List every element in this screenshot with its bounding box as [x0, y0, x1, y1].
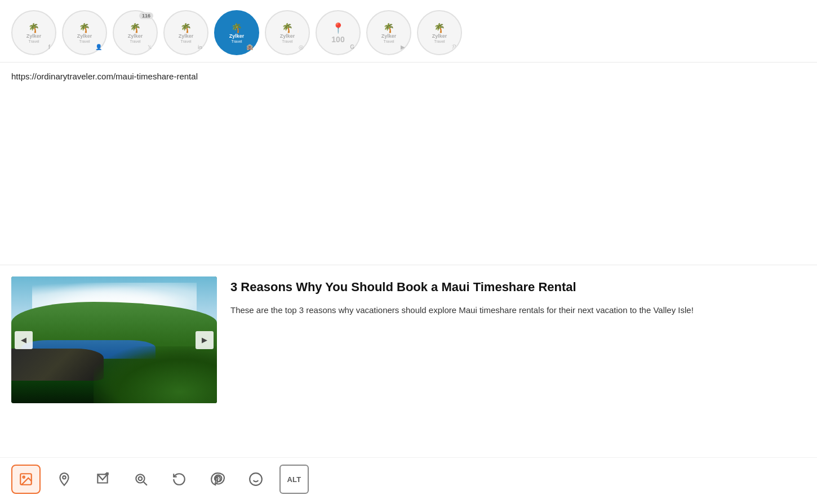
twitter-badge: 116	[139, 12, 153, 19]
tool-emoji[interactable]	[241, 465, 270, 494]
tool-refresh[interactable]	[165, 465, 194, 494]
social-icon-photo[interactable]: 🌴 Zylker Travel 👤	[62, 10, 107, 55]
svg-line-5	[144, 482, 147, 485]
social-icon-instagram[interactable]: 🌴 Zylker Travel ◎	[265, 10, 310, 55]
svg-point-4	[136, 474, 144, 483]
image-icon	[19, 472, 33, 487]
social-icon-linkedin[interactable]: 🌴 Zylker Travel in	[163, 10, 208, 55]
social-icon-pinterest[interactable]: 🌴 Zylker Travel 𝓟	[417, 10, 462, 55]
search-image-icon	[134, 472, 148, 487]
article-card: ◀ ▶ 3 Reasons Why You Should Book a Maui…	[0, 265, 817, 414]
social-icon-google[interactable]: 📍 100 G	[316, 10, 361, 55]
svg-point-6	[139, 477, 143, 481]
tool-search-image[interactable]	[126, 465, 156, 494]
social-icon-twitter[interactable]: 116 🌴 Zylker Travel 𝕏	[113, 10, 158, 55]
refresh-icon	[172, 472, 187, 487]
svg-point-1	[23, 476, 25, 478]
email-icon	[95, 472, 110, 487]
location-icon	[57, 472, 72, 487]
tool-alt-text[interactable]: ALT	[279, 465, 309, 494]
social-icon-main[interactable]: 🌴 Zylker Travel 🏨	[214, 10, 259, 55]
pinterest-icon	[210, 472, 225, 487]
content-area	[0, 90, 817, 265]
svg-point-7	[250, 473, 262, 485]
article-content: 3 Reasons Why You Should Book a Maui Tim…	[230, 276, 806, 317]
article-image	[11, 276, 217, 403]
article-description: These are the top 3 reasons why vacation…	[230, 304, 806, 318]
social-icons-row: 🌴 Zylker Travel f 🌴 Zylker Travel 👤 116 …	[0, 0, 817, 62]
image-nav-prev[interactable]: ◀	[15, 331, 33, 349]
url-text: https://ordinarytraveler.com/maui-timesh…	[11, 72, 198, 81]
article-image-container: ◀ ▶	[11, 276, 217, 403]
bottom-toolbar: ALT	[0, 457, 817, 504]
svg-point-2	[63, 476, 65, 479]
tool-email[interactable]	[88, 465, 117, 494]
image-nav-next[interactable]: ▶	[196, 331, 214, 349]
tool-pinterest[interactable]	[203, 465, 232, 494]
tool-image[interactable]	[11, 465, 41, 494]
emoji-icon	[248, 472, 263, 487]
social-icon-facebook[interactable]: 🌴 Zylker Travel f	[11, 10, 56, 55]
article-title: 3 Reasons Why You Should Book a Maui Tim…	[230, 279, 806, 296]
alt-text-label: ALT	[287, 475, 301, 484]
tool-location[interactable]	[50, 465, 79, 494]
social-icon-youtube[interactable]: 🌴 Zylker Travel ▶	[366, 10, 411, 55]
url-display: https://ordinarytraveler.com/maui-timesh…	[0, 63, 817, 90]
